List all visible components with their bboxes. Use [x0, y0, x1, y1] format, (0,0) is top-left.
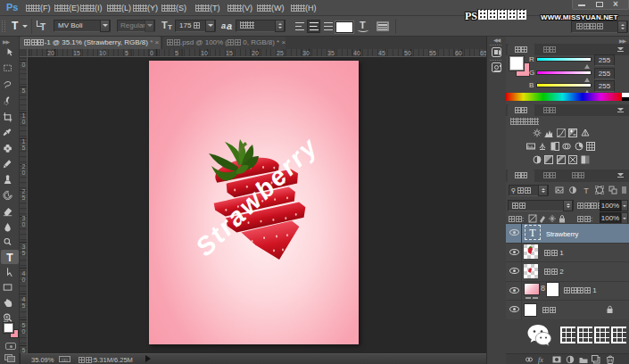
svg-text:fx: fx	[538, 356, 543, 364]
svg-text:T: T	[6, 252, 13, 264]
svg-text:T: T	[583, 186, 589, 195]
